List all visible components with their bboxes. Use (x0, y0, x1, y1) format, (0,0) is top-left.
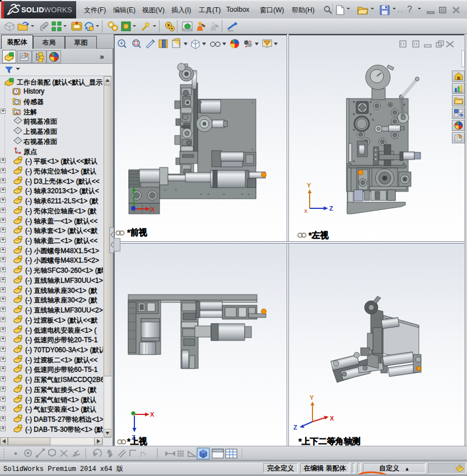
svg-text:X: X (304, 208, 307, 214)
svg-text:X: X (150, 411, 155, 418)
svg-text:A: A (16, 110, 18, 114)
svg-text:Z: Z (329, 205, 333, 212)
svg-text:Y: Y (307, 182, 311, 189)
svg-text:X: X (330, 415, 334, 422)
svg-text:Y: Y (310, 394, 314, 401)
svg-text:Z: Z (293, 424, 297, 431)
svg-text:X: X (151, 206, 155, 213)
